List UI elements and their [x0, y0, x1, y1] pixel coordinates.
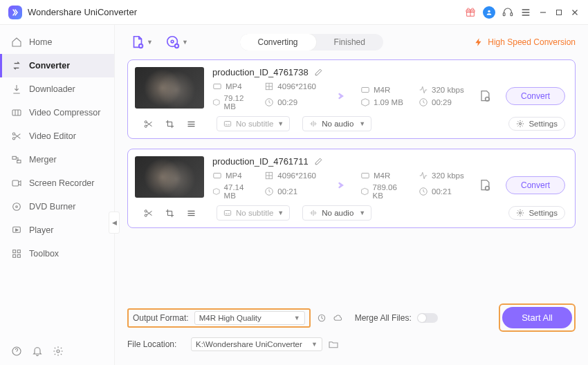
- sidebar-item-dvd[interactable]: DVD Burner: [0, 195, 114, 218]
- sidebar-item-merger[interactable]: Merger: [0, 148, 114, 171]
- add-disc-button[interactable]: ▼: [163, 32, 191, 53]
- item-settings-button[interactable]: Settings: [508, 206, 565, 220]
- maximize-icon[interactable]: [555, 8, 563, 17]
- account-icon[interactable]: [483, 6, 495, 19]
- open-folder-icon[interactable]: [328, 339, 339, 350]
- subtitle-select[interactable]: No subtitle▼: [217, 116, 290, 131]
- high-speed-conversion[interactable]: High Speed Conversion: [474, 37, 576, 47]
- svg-rect-9: [12, 180, 19, 186]
- svg-rect-3: [557, 10, 562, 15]
- svg-point-10: [13, 203, 21, 211]
- file-name: production_ID_4761711: [212, 156, 309, 167]
- svg-point-21: [171, 40, 174, 43]
- titlebar: Wondershare UniConverter: [0, 0, 588, 25]
- more-icon[interactable]: [186, 208, 196, 218]
- sidebar-item-label: DVD Burner: [29, 202, 75, 212]
- sidebar: Home Converter Downloader Video Compress…: [0, 25, 115, 365]
- crop-icon[interactable]: [165, 208, 175, 218]
- svg-point-42: [520, 212, 522, 214]
- converter-icon: [11, 60, 22, 71]
- more-icon[interactable]: [186, 119, 196, 129]
- toolbar: ▼ ▼ Converting Finished High Speed Conve…: [115, 25, 588, 57]
- svg-rect-36: [362, 174, 369, 178]
- file-location-select[interactable]: K:\Wondershare UniConverter▼: [191, 337, 322, 351]
- menu-icon[interactable]: [520, 7, 531, 18]
- output-format-label: Output Format:: [133, 313, 189, 323]
- grid-icon: [11, 248, 22, 259]
- gpu-icon[interactable]: [316, 312, 327, 324]
- cloud-icon[interactable]: [333, 312, 344, 324]
- arrow-icon: [324, 88, 352, 104]
- output-format-group: Output Format: M4R High Quality▼: [127, 308, 311, 328]
- crop-icon[interactable]: [165, 119, 175, 129]
- compress-icon: [11, 107, 22, 118]
- output-settings-icon[interactable]: [472, 89, 497, 103]
- svg-rect-14: [17, 250, 20, 253]
- svg-rect-13: [13, 250, 16, 253]
- svg-rect-31: [224, 122, 230, 127]
- arrow-icon: [324, 177, 352, 194]
- sidebar-item-compressor[interactable]: Video Compressor: [0, 101, 114, 124]
- help-icon[interactable]: [11, 346, 22, 357]
- app-title: Wondershare UniConverter: [28, 7, 137, 17]
- download-icon: [11, 84, 22, 95]
- collapse-handle[interactable]: ◀: [109, 212, 120, 234]
- disc-icon: [11, 201, 22, 212]
- svg-point-0: [488, 10, 490, 12]
- bell-icon[interactable]: [32, 346, 43, 357]
- trim-icon[interactable]: [143, 119, 154, 129]
- sidebar-item-editor[interactable]: Video Editor: [0, 124, 114, 148]
- svg-rect-1: [503, 12, 505, 15]
- audio-select[interactable]: No audio▼: [302, 205, 371, 221]
- subtitle-select[interactable]: No subtitle▼: [217, 205, 290, 221]
- sidebar-item-player[interactable]: Player: [0, 218, 114, 242]
- hsc-label: High Speed Conversion: [488, 37, 576, 47]
- file-card: production_ID_4761738 MP4 4096*2160 79.1…: [127, 59, 576, 139]
- sidebar-item-label: Home: [29, 37, 52, 47]
- start-all-button[interactable]: Start All: [502, 307, 572, 328]
- tab-finished[interactable]: Finished: [316, 34, 383, 50]
- svg-rect-26: [362, 88, 369, 93]
- support-icon[interactable]: [502, 7, 513, 18]
- close-icon[interactable]: [570, 8, 580, 17]
- trim-icon[interactable]: [143, 208, 154, 218]
- gift-icon[interactable]: [465, 7, 476, 18]
- sidebar-item-recorder[interactable]: Screen Recorder: [0, 171, 114, 195]
- sidebar-item-label: Video Editor: [29, 131, 76, 141]
- edit-name-icon[interactable]: [314, 68, 323, 77]
- merge-label: Merge All Files:: [355, 313, 412, 323]
- item-settings-button[interactable]: Settings: [508, 117, 565, 131]
- svg-rect-7: [12, 156, 16, 159]
- thumbnail[interactable]: [135, 67, 204, 109]
- sidebar-item-home[interactable]: Home: [0, 30, 114, 54]
- svg-point-11: [16, 206, 18, 208]
- edit-name-icon[interactable]: [314, 157, 323, 166]
- convert-button[interactable]: Convert: [506, 176, 565, 194]
- tabs: Converting Finished: [240, 34, 383, 50]
- sidebar-item-label: Screen Recorder: [29, 178, 95, 188]
- merge-toggle[interactable]: [417, 313, 438, 323]
- output-format-select[interactable]: M4R High Quality▼: [194, 311, 305, 325]
- file-card: production_ID_4761711 MP4 4096*2160 47.1…: [127, 149, 576, 228]
- svg-point-32: [520, 123, 522, 125]
- convert-button[interactable]: Convert: [506, 87, 565, 105]
- tab-converting[interactable]: Converting: [240, 34, 316, 50]
- settings-icon[interactable]: [53, 346, 64, 357]
- minimize-icon[interactable]: [538, 8, 548, 17]
- add-file-button[interactable]: ▼: [127, 32, 156, 53]
- merge-icon: [11, 154, 22, 165]
- sidebar-item-converter[interactable]: Converter: [0, 54, 114, 77]
- home-icon: [11, 37, 22, 48]
- record-icon: [11, 178, 22, 189]
- svg-rect-4: [12, 110, 21, 115]
- sidebar-item-downloader[interactable]: Downloader: [0, 77, 114, 101]
- audio-select[interactable]: No audio▼: [302, 116, 371, 131]
- sidebar-item-label: Converter: [29, 61, 70, 71]
- sidebar-item-label: Downloader: [29, 84, 75, 94]
- footer: Output Format: M4R High Quality▼ Merge A…: [115, 298, 588, 365]
- sidebar-item-toolbox[interactable]: Toolbox: [0, 242, 114, 265]
- sidebar-item-label: Video Compressor: [29, 108, 100, 118]
- scissors-icon: [11, 131, 22, 142]
- output-settings-icon[interactable]: [472, 178, 497, 192]
- thumbnail[interactable]: [135, 156, 204, 198]
